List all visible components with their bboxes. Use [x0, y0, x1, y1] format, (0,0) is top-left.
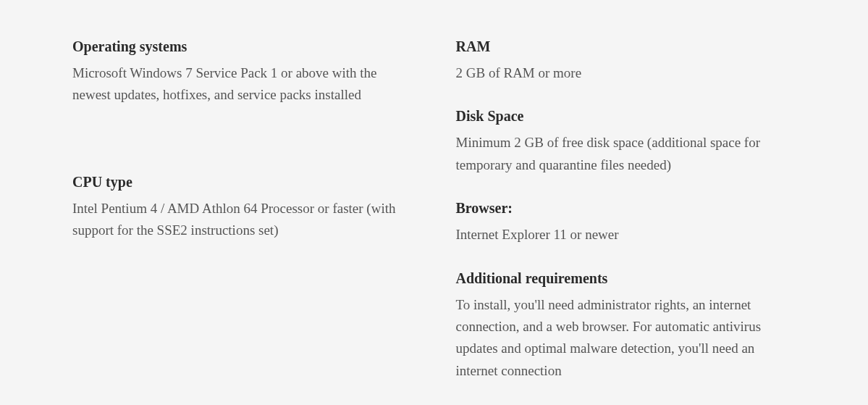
- cpu-heading: CPU type: [72, 172, 413, 192]
- disk-section: Disk Space Minimum 2 GB of free disk spa…: [456, 106, 796, 176]
- ram-body: 2 GB of RAM or more: [456, 62, 796, 84]
- os-heading: Operating systems: [72, 36, 413, 57]
- os-section: Operating systems Microsoft Windows 7 Se…: [72, 36, 413, 107]
- browser-heading: Browser:: [456, 198, 796, 218]
- requirements-container: Operating systems Microsoft Windows 7 Se…: [72, 36, 796, 404]
- cpu-section: CPU type Intel Pentium 4 / AMD Athlon 64…: [72, 172, 413, 242]
- os-body: Microsoft Windows 7 Service Pack 1 or ab…: [72, 62, 413, 107]
- cpu-body: Intel Pentium 4 / AMD Athlon 64 Processo…: [72, 198, 413, 242]
- browser-section: Browser: Internet Explorer 11 or newer: [456, 198, 796, 246]
- additional-section: Additional requirements To install, you'…: [456, 268, 796, 383]
- ram-section: RAM 2 GB of RAM or more: [456, 36, 796, 84]
- disk-body: Minimum 2 GB of free disk space (additio…: [456, 132, 796, 176]
- disk-heading: Disk Space: [456, 106, 796, 126]
- additional-body: To install, you'll need administrator ri…: [456, 294, 796, 383]
- left-column: Operating systems Microsoft Windows 7 Se…: [72, 36, 413, 404]
- additional-heading: Additional requirements: [456, 268, 796, 288]
- right-column: RAM 2 GB of RAM or more Disk Space Minim…: [456, 36, 796, 404]
- browser-body: Internet Explorer 11 or newer: [456, 224, 796, 246]
- ram-heading: RAM: [456, 36, 796, 57]
